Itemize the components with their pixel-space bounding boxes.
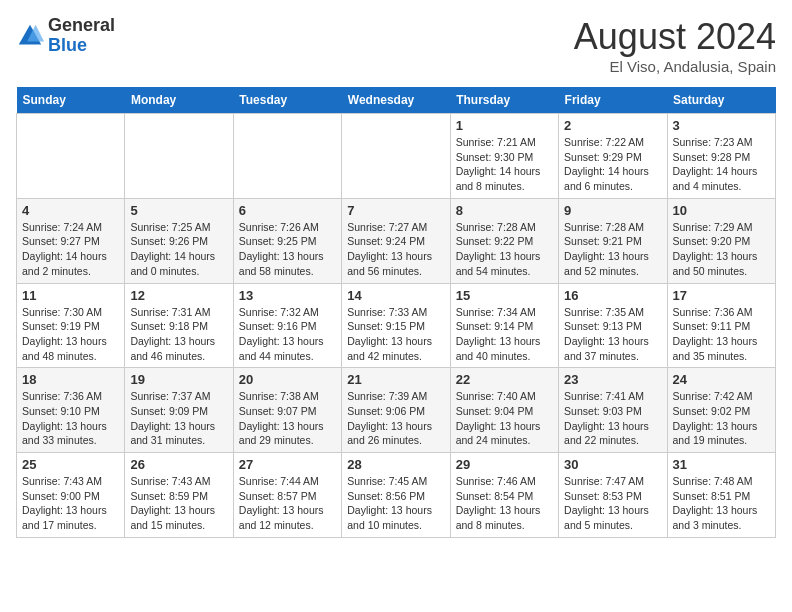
title-area: August 2024 El Viso, Andalusia, Spain	[574, 16, 776, 75]
day-cell-8: 8Sunrise: 7:28 AM Sunset: 9:22 PM Daylig…	[450, 198, 558, 283]
day-cell-27: 27Sunrise: 7:44 AM Sunset: 8:57 PM Dayli…	[233, 453, 341, 538]
day-cell-2: 2Sunrise: 7:22 AM Sunset: 9:29 PM Daylig…	[559, 114, 667, 199]
day-number: 29	[456, 457, 553, 472]
day-number: 5	[130, 203, 227, 218]
day-info: Sunrise: 7:21 AM Sunset: 9:30 PM Dayligh…	[456, 135, 553, 194]
day-number: 14	[347, 288, 444, 303]
day-cell-26: 26Sunrise: 7:43 AM Sunset: 8:59 PM Dayli…	[125, 453, 233, 538]
day-info: Sunrise: 7:22 AM Sunset: 9:29 PM Dayligh…	[564, 135, 661, 194]
day-info: Sunrise: 7:26 AM Sunset: 9:25 PM Dayligh…	[239, 220, 336, 279]
day-cell-4: 4Sunrise: 7:24 AM Sunset: 9:27 PM Daylig…	[17, 198, 125, 283]
day-cell-15: 15Sunrise: 7:34 AM Sunset: 9:14 PM Dayli…	[450, 283, 558, 368]
day-number: 18	[22, 372, 119, 387]
day-cell-1: 1Sunrise: 7:21 AM Sunset: 9:30 PM Daylig…	[450, 114, 558, 199]
day-cell-5: 5Sunrise: 7:25 AM Sunset: 9:26 PM Daylig…	[125, 198, 233, 283]
day-info: Sunrise: 7:45 AM Sunset: 8:56 PM Dayligh…	[347, 474, 444, 533]
day-info: Sunrise: 7:38 AM Sunset: 9:07 PM Dayligh…	[239, 389, 336, 448]
calendar-table: SundayMondayTuesdayWednesdayThursdayFrid…	[16, 87, 776, 538]
location: El Viso, Andalusia, Spain	[574, 58, 776, 75]
day-cell-10: 10Sunrise: 7:29 AM Sunset: 9:20 PM Dayli…	[667, 198, 775, 283]
day-cell-13: 13Sunrise: 7:32 AM Sunset: 9:16 PM Dayli…	[233, 283, 341, 368]
weekday-header-monday: Monday	[125, 87, 233, 114]
day-cell-21: 21Sunrise: 7:39 AM Sunset: 9:06 PM Dayli…	[342, 368, 450, 453]
day-cell-20: 20Sunrise: 7:38 AM Sunset: 9:07 PM Dayli…	[233, 368, 341, 453]
day-info: Sunrise: 7:30 AM Sunset: 9:19 PM Dayligh…	[22, 305, 119, 364]
empty-cell	[342, 114, 450, 199]
day-info: Sunrise: 7:32 AM Sunset: 9:16 PM Dayligh…	[239, 305, 336, 364]
weekday-header-thursday: Thursday	[450, 87, 558, 114]
header: General Blue August 2024 El Viso, Andalu…	[16, 16, 776, 75]
day-number: 11	[22, 288, 119, 303]
day-number: 31	[673, 457, 770, 472]
day-cell-25: 25Sunrise: 7:43 AM Sunset: 9:00 PM Dayli…	[17, 453, 125, 538]
day-number: 4	[22, 203, 119, 218]
day-number: 20	[239, 372, 336, 387]
day-number: 25	[22, 457, 119, 472]
day-info: Sunrise: 7:37 AM Sunset: 9:09 PM Dayligh…	[130, 389, 227, 448]
day-number: 2	[564, 118, 661, 133]
day-number: 24	[673, 372, 770, 387]
day-cell-31: 31Sunrise: 7:48 AM Sunset: 8:51 PM Dayli…	[667, 453, 775, 538]
day-number: 8	[456, 203, 553, 218]
weekday-header-friday: Friday	[559, 87, 667, 114]
day-info: Sunrise: 7:40 AM Sunset: 9:04 PM Dayligh…	[456, 389, 553, 448]
day-number: 30	[564, 457, 661, 472]
weekday-header-saturday: Saturday	[667, 87, 775, 114]
day-number: 12	[130, 288, 227, 303]
week-row-4: 18Sunrise: 7:36 AM Sunset: 9:10 PM Dayli…	[17, 368, 776, 453]
day-info: Sunrise: 7:43 AM Sunset: 8:59 PM Dayligh…	[130, 474, 227, 533]
day-cell-19: 19Sunrise: 7:37 AM Sunset: 9:09 PM Dayli…	[125, 368, 233, 453]
day-info: Sunrise: 7:41 AM Sunset: 9:03 PM Dayligh…	[564, 389, 661, 448]
day-info: Sunrise: 7:33 AM Sunset: 9:15 PM Dayligh…	[347, 305, 444, 364]
weekday-header-row: SundayMondayTuesdayWednesdayThursdayFrid…	[17, 87, 776, 114]
week-row-2: 4Sunrise: 7:24 AM Sunset: 9:27 PM Daylig…	[17, 198, 776, 283]
day-info: Sunrise: 7:31 AM Sunset: 9:18 PM Dayligh…	[130, 305, 227, 364]
day-number: 3	[673, 118, 770, 133]
day-info: Sunrise: 7:48 AM Sunset: 8:51 PM Dayligh…	[673, 474, 770, 533]
day-cell-11: 11Sunrise: 7:30 AM Sunset: 9:19 PM Dayli…	[17, 283, 125, 368]
day-cell-3: 3Sunrise: 7:23 AM Sunset: 9:28 PM Daylig…	[667, 114, 775, 199]
day-info: Sunrise: 7:28 AM Sunset: 9:21 PM Dayligh…	[564, 220, 661, 279]
day-cell-30: 30Sunrise: 7:47 AM Sunset: 8:53 PM Dayli…	[559, 453, 667, 538]
day-cell-14: 14Sunrise: 7:33 AM Sunset: 9:15 PM Dayli…	[342, 283, 450, 368]
day-number: 16	[564, 288, 661, 303]
empty-cell	[233, 114, 341, 199]
day-number: 21	[347, 372, 444, 387]
weekday-header-wednesday: Wednesday	[342, 87, 450, 114]
day-number: 22	[456, 372, 553, 387]
day-info: Sunrise: 7:28 AM Sunset: 9:22 PM Dayligh…	[456, 220, 553, 279]
day-number: 27	[239, 457, 336, 472]
month-year: August 2024	[574, 16, 776, 58]
day-cell-18: 18Sunrise: 7:36 AM Sunset: 9:10 PM Dayli…	[17, 368, 125, 453]
day-number: 28	[347, 457, 444, 472]
day-info: Sunrise: 7:44 AM Sunset: 8:57 PM Dayligh…	[239, 474, 336, 533]
day-info: Sunrise: 7:23 AM Sunset: 9:28 PM Dayligh…	[673, 135, 770, 194]
day-number: 7	[347, 203, 444, 218]
day-info: Sunrise: 7:29 AM Sunset: 9:20 PM Dayligh…	[673, 220, 770, 279]
logo-general: General	[48, 16, 115, 36]
day-info: Sunrise: 7:27 AM Sunset: 9:24 PM Dayligh…	[347, 220, 444, 279]
day-cell-12: 12Sunrise: 7:31 AM Sunset: 9:18 PM Dayli…	[125, 283, 233, 368]
day-info: Sunrise: 7:46 AM Sunset: 8:54 PM Dayligh…	[456, 474, 553, 533]
day-info: Sunrise: 7:36 AM Sunset: 9:10 PM Dayligh…	[22, 389, 119, 448]
day-info: Sunrise: 7:42 AM Sunset: 9:02 PM Dayligh…	[673, 389, 770, 448]
day-cell-17: 17Sunrise: 7:36 AM Sunset: 9:11 PM Dayli…	[667, 283, 775, 368]
logo-blue: Blue	[48, 36, 115, 56]
weekday-header-tuesday: Tuesday	[233, 87, 341, 114]
day-cell-22: 22Sunrise: 7:40 AM Sunset: 9:04 PM Dayli…	[450, 368, 558, 453]
day-cell-9: 9Sunrise: 7:28 AM Sunset: 9:21 PM Daylig…	[559, 198, 667, 283]
day-number: 19	[130, 372, 227, 387]
day-number: 10	[673, 203, 770, 218]
week-row-1: 1Sunrise: 7:21 AM Sunset: 9:30 PM Daylig…	[17, 114, 776, 199]
week-row-5: 25Sunrise: 7:43 AM Sunset: 9:00 PM Dayli…	[17, 453, 776, 538]
day-number: 26	[130, 457, 227, 472]
day-cell-28: 28Sunrise: 7:45 AM Sunset: 8:56 PM Dayli…	[342, 453, 450, 538]
day-cell-29: 29Sunrise: 7:46 AM Sunset: 8:54 PM Dayli…	[450, 453, 558, 538]
empty-cell	[17, 114, 125, 199]
day-number: 17	[673, 288, 770, 303]
logo-icon	[16, 22, 44, 50]
day-info: Sunrise: 7:25 AM Sunset: 9:26 PM Dayligh…	[130, 220, 227, 279]
day-number: 9	[564, 203, 661, 218]
day-info: Sunrise: 7:47 AM Sunset: 8:53 PM Dayligh…	[564, 474, 661, 533]
day-info: Sunrise: 7:39 AM Sunset: 9:06 PM Dayligh…	[347, 389, 444, 448]
